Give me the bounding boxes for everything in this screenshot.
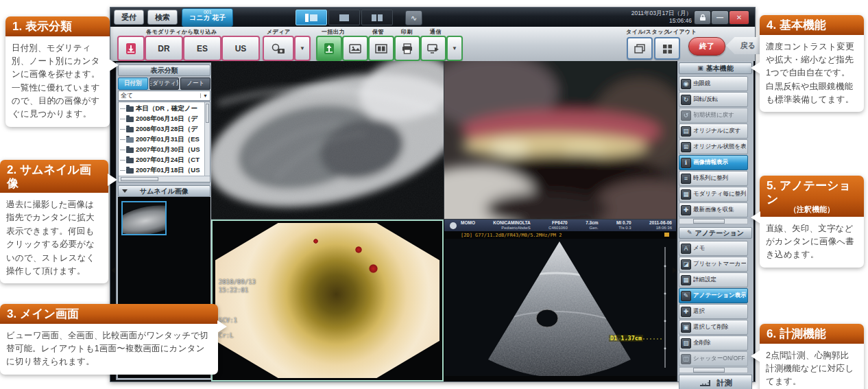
search-button[interactable]: 検索 xyxy=(147,10,178,25)
scrollbar-thumb[interactable] xyxy=(121,177,158,181)
annotation-button[interactable]: ✚ 選択 xyxy=(679,304,748,319)
callout-4-header: 4. 基本機能 xyxy=(760,15,864,35)
annotation-button[interactable]: ◫ シャッターON/OFF xyxy=(679,351,748,366)
output-dropdown-button[interactable]: ▼ xyxy=(446,36,463,61)
lock-button[interactable] xyxy=(694,10,711,25)
end-button[interactable]: 終了 xyxy=(688,37,725,56)
reception-button[interactable]: 受付 xyxy=(114,10,144,25)
measure-button[interactable]: 計測 xyxy=(679,375,752,389)
image-cell-ultrasound[interactable]: MOMO KONICAMINOLTA PediatricAbdwS xyxy=(444,220,676,381)
classification-tab[interactable]: モダリティ別 xyxy=(149,78,180,90)
image-cell-endoscopy[interactable]: 2010/09/13 15:22:01 SCV:1 Cr:L xyxy=(211,220,444,381)
annotation-icon: A xyxy=(681,244,691,254)
right-panel: ▣ 基本機能 ◉ 虫眼鏡 ↻ 回転/反転 xyxy=(676,61,754,381)
callout-3-header: 3. メイン画面 xyxy=(0,304,218,324)
print-button[interactable] xyxy=(394,36,420,61)
annotation-header: ✎ アノテーション xyxy=(679,227,752,239)
function-button[interactable]: ⊞ オリジナル状態を表示 xyxy=(679,139,748,154)
communication-button[interactable] xyxy=(420,36,446,61)
tree-branch xyxy=(120,170,125,171)
annotation-button[interactable]: A メモ xyxy=(679,241,748,256)
film-button[interactable] xyxy=(368,36,394,61)
patient-button[interactable]: 001 コニカ 花子 xyxy=(182,8,233,27)
batch-output-button[interactable] xyxy=(316,36,342,61)
function-button[interactable]: ▤ オリジナルに戻す xyxy=(679,123,748,139)
back-button[interactable]: 戻る xyxy=(726,37,762,54)
scrollbar-thumb[interactable] xyxy=(693,368,725,373)
function-label: 画像情報表示 xyxy=(693,158,728,167)
tree-item[interactable]: 2007年01月24日（CT xyxy=(120,155,210,165)
modality-us-button[interactable]: US xyxy=(221,36,260,61)
fullscreen-mode-button[interactable] xyxy=(328,10,360,25)
patient-name: コニカ 花子 xyxy=(189,14,226,22)
promo-page: 受付 検索 001 コニカ 花子 ∿ 2011年03 xyxy=(0,0,868,389)
functions-horizontal-scrollbar[interactable] xyxy=(679,218,748,224)
function-button[interactable]: ✚ 最新画像を収集 xyxy=(679,202,748,217)
tree-horizontal-scrollbar[interactable] xyxy=(119,176,210,182)
output-label-batch: 一括出力 xyxy=(322,28,345,36)
media-import-button[interactable] xyxy=(263,36,294,61)
us-orientation-marker xyxy=(664,233,669,237)
us-info-line2: 18:06:36 xyxy=(649,226,672,231)
store-button[interactable] xyxy=(342,36,368,61)
classification-tab[interactable]: 日付別 xyxy=(118,78,148,90)
minimize-button[interactable]: — xyxy=(711,10,729,25)
image-icon xyxy=(349,43,361,54)
function-button[interactable]: ≡ 時系列に整列 xyxy=(679,171,748,186)
annotation-horizontal-scrollbar[interactable] xyxy=(679,367,748,373)
function-button[interactable]: ↻ 回転/反転 xyxy=(679,92,748,107)
close-button[interactable]: ✕ xyxy=(729,10,749,25)
modality-import-button[interactable] xyxy=(117,36,145,61)
left-panel-collapse-arrow[interactable] xyxy=(111,267,115,274)
film-icon xyxy=(375,43,387,54)
endo-time-overlay: 15:22:01 xyxy=(219,287,248,294)
tree-item[interactable]: 2007年01月31日（ES xyxy=(120,134,210,145)
us-info-column: 7.3cm Gen. xyxy=(586,220,598,230)
scrollbar-thumb[interactable] xyxy=(206,104,209,123)
tone-curve-button[interactable]: ∿ xyxy=(405,10,422,25)
image-cell-photo[interactable] xyxy=(444,61,676,220)
annotation-button[interactable]: ✎ アノテーション表示 xyxy=(679,288,748,303)
modality-dr-button[interactable]: DR xyxy=(145,36,183,61)
media-dropdown-button[interactable]: ▼ xyxy=(294,36,311,61)
annotation-icon: ▦ xyxy=(681,275,691,285)
annotation-button[interactable]: ▣ 選択して削除 xyxy=(679,320,748,335)
tree-item[interactable]: 2008年03月28日（デ xyxy=(120,124,210,134)
annotation-label: 選択して削除 xyxy=(693,323,728,331)
callout-1-title: 表示分類 xyxy=(25,20,72,33)
tree-item[interactable]: 2008年06月16日（デ xyxy=(120,114,210,124)
function-button[interactable]: ◉ 虫眼鏡 xyxy=(679,76,748,91)
compare-mode-button[interactable] xyxy=(361,10,393,25)
annotation-button[interactable]: ▦ 詳細設定 xyxy=(679,272,748,287)
filter-dropdown[interactable]: 全て ▼ xyxy=(118,91,210,101)
right-panel-collapse-arrow[interactable] xyxy=(673,267,677,274)
measure-label: 計測 xyxy=(717,378,732,388)
tree-vertical-scrollbar[interactable] xyxy=(204,102,210,176)
scrollbar-thumb[interactable] xyxy=(693,219,725,224)
callout-annotation: 5. アノテーション （注釈機能） 直線、矢印、文字などがカンタンに画像へ書き込… xyxy=(760,176,864,268)
tree-item[interactable]: 本日（DR，確定ノー xyxy=(120,104,210,114)
image-cell-xray[interactable] xyxy=(211,61,444,220)
tile-stack-button[interactable] xyxy=(627,37,653,60)
modality-es-button[interactable]: ES xyxy=(183,36,221,61)
viewer-mode-button[interactable] xyxy=(296,10,327,25)
tree-item[interactable]: 2007年01月18日（US xyxy=(120,165,210,176)
function-button[interactable]: ℹ 画像情報表示 xyxy=(679,155,748,170)
function-button[interactable]: ▦ モダリティ毎に整列 xyxy=(679,187,748,202)
layout-button[interactable] xyxy=(654,37,680,60)
tree-item-label: 2008年06月16日（デ xyxy=(136,115,197,123)
classification-tab[interactable]: ノート xyxy=(180,78,210,90)
annotation-button[interactable]: ◪ プリセットマーカー xyxy=(679,257,748,272)
us-vendor-logo xyxy=(450,222,457,229)
us-info-line1: MI 0.70 xyxy=(616,220,631,225)
annotation-button[interactable]: ▨ 全削除 xyxy=(679,335,748,351)
tree-item[interactable]: 2007年01月30日（US xyxy=(120,145,210,155)
function-icon: ↻ xyxy=(681,95,691,105)
annotation-label: シャッターON/OFF xyxy=(693,355,745,363)
collapse-triangle-icon[interactable] xyxy=(122,189,128,193)
callout-1-number: 1. xyxy=(12,20,22,33)
function-button[interactable]: ↺ 初期状態に戻す xyxy=(679,108,748,123)
titlebar: 受付 検索 001 コニカ 花子 ∿ 2011年03 xyxy=(110,8,755,27)
xray-thumbnail[interactable] xyxy=(121,201,167,235)
tree-item-label: 2007年01月24日（CT xyxy=(136,156,200,165)
